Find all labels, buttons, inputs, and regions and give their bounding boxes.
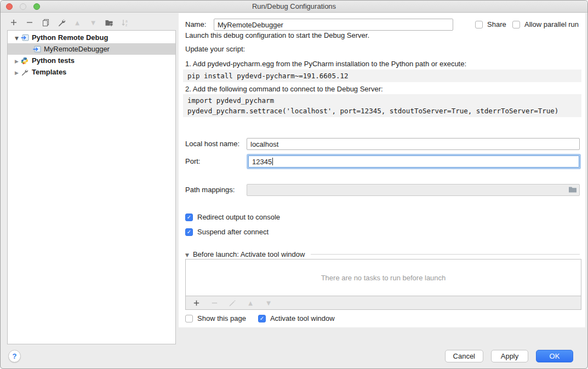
path-mappings-label: Path mappings: [185, 184, 235, 196]
show-this-page-checkbox[interactable] [185, 315, 193, 322]
configuration-editor: Name: Share Allow parallel run Launch th… [179, 13, 585, 327]
add-task-icon[interactable] [192, 298, 201, 307]
tree-item-myremotedebugger[interactable]: MyRemoteDebugger [8, 43, 175, 55]
svg-text:z: z [125, 23, 127, 27]
settrace-code-block: import pydevd_pycharmpydevd_pycharm.sett… [183, 94, 581, 117]
redirect-output-checkbox[interactable] [185, 214, 193, 221]
minimize-window-button [20, 3, 26, 10]
path-mappings-field [247, 184, 580, 196]
titlebar: Run/Debug Configurations [1, 1, 587, 13]
suspend-after-connect-row: Suspend after connect [185, 228, 269, 236]
description-line-2: Update your script: [185, 45, 245, 53]
templates-wrench-icon [20, 68, 29, 77]
page-options-row: Show this page Activate tool window [185, 314, 335, 322]
activate-tool-window-checkbox[interactable] [258, 315, 266, 322]
remote-debug-config-icon [20, 33, 29, 42]
move-down-icon [89, 18, 98, 27]
remove-configuration-icon[interactable] [25, 18, 34, 27]
section-divider [311, 254, 580, 255]
port-value: 12345 [252, 158, 272, 166]
activate-tool-window-label: Activate tool window [270, 314, 335, 322]
tree-item-python-tests[interactable]: Python tests [8, 55, 175, 66]
edit-task-icon [228, 298, 237, 307]
before-launch-tasks-panel: There are no tasks to run before launch [185, 259, 581, 310]
local-host-name-label: Local host name: [185, 138, 239, 150]
python-tests-icon [20, 56, 29, 65]
local-host-name-input[interactable] [247, 138, 580, 150]
tasks-empty-message: There are no tasks to run before launch [186, 260, 581, 296]
share-checkbox-row: Share [475, 20, 506, 28]
tree-item-templates[interactable]: Templates [8, 66, 175, 78]
tree-item-label: Python Remote Debug [32, 33, 108, 42]
remote-debug-config-icon [32, 45, 41, 54]
redirect-output-label: Redirect output to console [197, 213, 280, 221]
collapse-icon[interactable] [13, 33, 20, 42]
show-this-page-label: Show this page [197, 314, 246, 322]
move-task-down-icon [264, 298, 273, 307]
redirect-output-row: Redirect output to console [185, 213, 280, 221]
apply-button[interactable]: Apply [491, 350, 528, 362]
allow-parallel-run-label: Allow parallel run [524, 20, 579, 28]
tree-item-label: Python tests [32, 56, 75, 65]
zoom-window-button[interactable] [33, 3, 40, 10]
configurations-tree: Python Remote Debug MyRemoteDebugger Pyt… [7, 30, 176, 344]
description-line-1: Launch this debug configuration to start… [185, 31, 369, 39]
suspend-after-connect-label: Suspend after connect [197, 228, 269, 236]
code-line-settrace: pydevd_pycharm.settrace('localhost', por… [187, 107, 558, 115]
configurations-toolbar: az [9, 18, 129, 27]
allow-parallel-checkbox-row: Allow parallel run [512, 20, 579, 28]
tasks-toolbar [186, 296, 581, 309]
tree-item-label: MyRemoteDebugger [44, 45, 110, 53]
collapse-section-icon[interactable] [185, 250, 189, 258]
name-input[interactable] [214, 19, 453, 31]
expand-icon[interactable] [13, 68, 20, 76]
name-label: Name: [185, 19, 206, 31]
cancel-button[interactable]: Cancel [445, 350, 483, 362]
before-launch-section-header[interactable]: Before launch: Activate tool window [185, 250, 580, 258]
browse-folder-icon[interactable] [568, 186, 577, 195]
allow-parallel-run-checkbox[interactable] [512, 21, 520, 28]
dialog-buttons: Cancel Apply OK [445, 350, 573, 362]
suspend-after-connect-checkbox[interactable] [185, 228, 193, 236]
move-task-up-icon [246, 298, 255, 307]
pip-install-code: pip install pydevd-pycharm~=191.6605.12 [183, 70, 581, 82]
move-up-icon [73, 18, 82, 27]
step-2-text: 2. Add the following command to connect … [185, 85, 383, 93]
edit-templates-icon[interactable] [57, 18, 66, 27]
run-debug-configurations-dialog: Run/Debug Configurations az [0, 0, 588, 369]
share-checkbox[interactable] [475, 21, 483, 28]
svg-text:a: a [125, 19, 128, 23]
help-button[interactable]: ? [8, 350, 21, 362]
port-label: Port: [185, 155, 200, 168]
tree-item-python-remote-debug[interactable]: Python Remote Debug [8, 32, 175, 43]
copy-configuration-icon[interactable] [41, 18, 50, 27]
tree-item-label: Templates [32, 68, 66, 76]
code-line-import: import pydevd_pycharm [187, 96, 274, 105]
before-launch-label: Before launch: Activate tool window [193, 250, 305, 258]
remove-task-icon [210, 298, 219, 307]
new-folder-icon[interactable] [105, 18, 113, 27]
ok-button[interactable]: OK [536, 350, 573, 362]
add-configuration-icon[interactable] [9, 18, 18, 27]
window-title: Run/Debug Configurations [1, 1, 587, 12]
sort-configurations-icon: az [121, 18, 129, 27]
port-input[interactable]: 12345 [248, 155, 579, 168]
text-caret [272, 158, 273, 165]
share-label: Share [487, 20, 506, 28]
expand-icon[interactable] [13, 56, 20, 65]
path-mappings-input[interactable] [247, 184, 580, 196]
close-window-button[interactable] [6, 3, 13, 10]
step-1-text: 1. Add pydevd-pycharm.egg from the PyCha… [185, 60, 466, 68]
